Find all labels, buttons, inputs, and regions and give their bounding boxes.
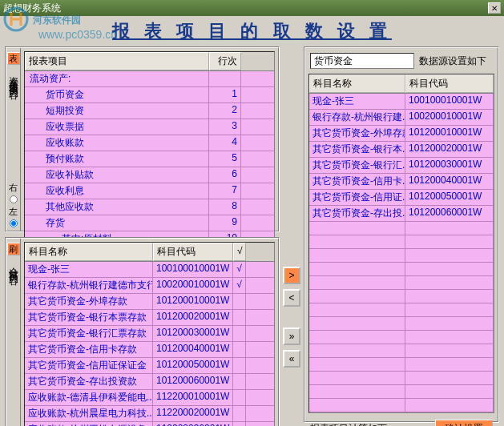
table-row[interactable]: 应收账款-德清县伊科爱能电...112200010001W (25, 390, 274, 406)
cell-project: 应收账款 (25, 135, 209, 151)
table-row-empty (309, 385, 494, 399)
cell-code: 101200020001W (153, 310, 233, 325)
table-row[interactable]: 银行存款-杭州银行建...100200010001W (309, 110, 494, 126)
transfer-buttons: > < » « (283, 243, 300, 423)
table-row-empty (309, 317, 494, 331)
cell-name: 现金-张三 (309, 94, 405, 109)
btn-move-all-right[interactable]: » (283, 328, 300, 345)
cell-code: 100200010001W (153, 278, 233, 293)
cell-check (233, 294, 246, 309)
radio-left[interactable] (10, 219, 18, 227)
radio-right[interactable] (10, 195, 18, 203)
cell-project: 存货 (25, 215, 209, 231)
cell-name: 其它货币资金-外埠存款 (309, 126, 405, 141)
cell-code: 101200010001W (153, 294, 233, 309)
cell-name: 应收账款-德清县伊科爱能电... (25, 390, 153, 405)
table-row[interactable]: 其它货币资金-信用卡存款101200040001W (25, 342, 274, 358)
table-row[interactable]: 其它货币资金-信用证保证金101200050001W (25, 358, 274, 374)
table-row[interactable]: 短期投资2 (25, 103, 274, 119)
cell-code: 100100010001W (153, 262, 233, 277)
cell-name: 其它货币资金-银行本票存款 (25, 310, 153, 325)
table-row[interactable]: 其它货币资金-外埠存款101200010001W (25, 294, 274, 310)
cell-code: 101200050001W (153, 358, 233, 373)
table-row[interactable]: 其它货币资金-信用证...101200050001W (309, 190, 494, 206)
cell-line: 2 (209, 103, 241, 119)
cell-code: 101200040001W (405, 174, 494, 189)
table-row[interactable]: 现金-张三100100010001W (309, 94, 494, 110)
cell-project: 短期投资 (25, 103, 209, 119)
table-row-empty (309, 331, 494, 344)
table-row[interactable]: 应收账款-杭州晨星电力科技...112200020001W (25, 406, 274, 422)
btn-confirm[interactable]: 确认设置 (435, 420, 493, 426)
cell-code: 100100010001W (405, 94, 494, 109)
cell-project: 应收补贴款 (25, 167, 209, 183)
grid3-body[interactable]: 现金-张三100100010001W银行存款-杭州银行建...100200010… (309, 94, 494, 412)
table-row[interactable]: 其它货币资金-银行汇票存款101200030001W (25, 326, 274, 342)
table-row[interactable]: 预付账款5 (25, 151, 274, 167)
cell-name: 其它货币资金-银行汇票存款 (25, 326, 153, 341)
table-row[interactable]: 应收票据3 (25, 119, 274, 135)
table-row-empty (309, 235, 494, 249)
table-row[interactable]: 其它货币资金-银行本票存款101200020001W (25, 310, 274, 326)
col-project: 报表项目 (25, 52, 209, 70)
cell-name: 其它货币资金-信用证... (309, 190, 405, 205)
table-row[interactable]: 其他应收款8 (25, 199, 274, 215)
table-row[interactable]: 应收利息7 (25, 183, 274, 199)
grid2-body[interactable]: 现金-张三100100010001W√银行存款-杭州银行建德市支行1002000… (25, 262, 274, 426)
cell-name: 其它货币资金-外埠存款 (25, 294, 153, 309)
table-row[interactable]: 存货9 (25, 215, 274, 231)
table-row[interactable]: 其它货币资金-银行本...101200020001W (309, 142, 494, 158)
table-row[interactable]: 应收账款4 (25, 135, 274, 151)
table-row[interactable]: 应收补贴款6 (25, 167, 274, 183)
table-row[interactable]: 其它货币资金-信用卡...101200040001W (309, 174, 494, 190)
cell-line: 8 (209, 199, 241, 215)
table-row[interactable]: 其它货币资金-存出投...101200060001W (309, 206, 494, 222)
table-row[interactable]: 货币资金1 (25, 87, 274, 103)
cell-name: 其它货币资金-存出投... (309, 206, 405, 221)
table-row[interactable]: 其它货币资金-存出投资款101200060001W (25, 374, 274, 390)
cell-code: 101200030001W (405, 158, 494, 173)
side-text-1: 资产负债表项目内容 (6, 69, 20, 83)
side-label-2: 刷 会计科目内容 (6, 239, 21, 426)
cell-code: 101200010001W (405, 126, 494, 141)
side-btn-table[interactable]: 表 (7, 52, 20, 65)
cell-project: 预付账款 (25, 151, 209, 167)
cell-line: 3 (209, 119, 241, 135)
cell-line: 6 (209, 167, 241, 183)
col-r-name: 科目名称 (309, 74, 405, 93)
btn-move-left[interactable]: < (283, 289, 300, 307)
cell-name: 其它货币资金-存出投资款 (25, 374, 153, 389)
grid2-header: 科目名称 科目代码 √ (25, 243, 274, 262)
data-source-label: 数据源设置如下 (419, 54, 486, 68)
table-row[interactable]: 其它货币资金-银行汇...101200030001W (309, 158, 494, 174)
table-row[interactable]: 应收账款-杭州正松电源设备...112200030001W (25, 422, 274, 426)
data-source-field[interactable] (310, 53, 414, 69)
btn-move-right[interactable]: > (283, 267, 300, 284)
table-row[interactable]: 银行存款-杭州银行建德市支行100200010001W√ (25, 278, 274, 294)
cell-check (233, 358, 246, 373)
window-title: 超想财务系统 (3, 2, 488, 15)
cell-line: 1 (209, 87, 241, 102)
cell-check (233, 326, 246, 341)
cell-line: 5 (209, 151, 241, 167)
btn-move-all-left[interactable]: « (283, 350, 300, 368)
cell-name: 其它货币资金-信用卡存款 (25, 342, 153, 357)
close-icon[interactable]: ✕ (488, 2, 501, 14)
cell-check (233, 406, 246, 421)
cell-code: 101200030001W (153, 326, 233, 341)
cell-code: 112200030001W (153, 422, 233, 426)
cell-code: 101200020001W (405, 142, 494, 157)
table-row[interactable]: 现金-张三100100010001W√ (25, 262, 274, 278)
cell-project: 货币资金 (25, 87, 209, 102)
cell-name: 其它货币资金-银行本... (309, 142, 405, 157)
cell-name: 其它货币资金-信用证保证金 (25, 358, 153, 373)
side-label-1: 表 资产负债表项目内容 右 左 (6, 48, 21, 231)
table-row[interactable]: 其它货币资金-外埠存款101200010001W (309, 126, 494, 142)
titlebar: 超想财务系统 ✕ (0, 0, 504, 16)
table-row[interactable]: 流动资产: (25, 71, 274, 87)
table-row-empty (309, 399, 494, 412)
table-row-empty (309, 372, 494, 385)
side-btn-refresh[interactable]: 刷 (7, 243, 20, 255)
cell-code: 100200010001W (405, 110, 494, 125)
col-line: 行次 (209, 52, 241, 70)
